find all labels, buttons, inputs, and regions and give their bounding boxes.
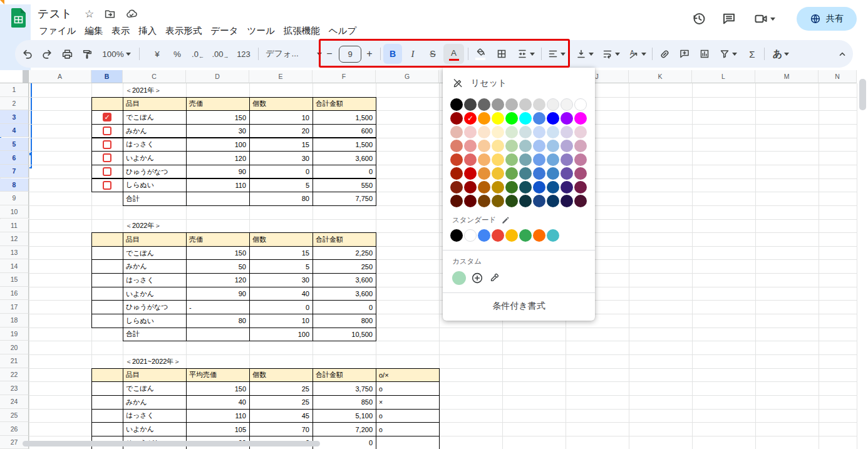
row-header-17[interactable]: 17 <box>0 300 29 314</box>
color-swatch[interactable] <box>561 126 573 138</box>
color-swatch[interactable] <box>561 112 573 125</box>
hide-toolbar-button[interactable] <box>833 44 852 64</box>
color-swatch[interactable] <box>533 126 545 138</box>
cell-E4[interactable]: 20 <box>249 124 313 138</box>
color-swatch[interactable] <box>574 167 587 180</box>
cell-D24[interactable]: 40 <box>186 395 250 410</box>
cell-C22[interactable]: 品目 <box>123 368 187 383</box>
cell-E19[interactable]: 100 <box>249 328 313 342</box>
cell-F23[interactable]: 3,750 <box>313 381 376 396</box>
color-swatch[interactable] <box>450 112 463 125</box>
cell-D19[interactable] <box>186 328 250 342</box>
color-swatch[interactable] <box>464 98 477 111</box>
row-header-1[interactable]: 1 <box>0 83 29 97</box>
color-swatch[interactable] <box>450 98 463 111</box>
cell-B18[interactable] <box>91 314 123 328</box>
checkbox-row-7[interactable] <box>103 167 111 176</box>
text-rotation-button[interactable]: A <box>625 44 649 64</box>
color-swatch[interactable] <box>574 195 587 207</box>
standard-color-swatch[interactable] <box>519 229 532 242</box>
column-header-M[interactable]: M <box>755 70 819 83</box>
menu-item-5[interactable]: 表示形式 <box>161 23 206 39</box>
cell-E9[interactable]: 80 <box>249 192 313 206</box>
color-swatch[interactable] <box>561 195 573 207</box>
cell-D23[interactable]: 150 <box>186 381 250 396</box>
row-header-18[interactable]: 18 <box>0 314 29 328</box>
color-swatch[interactable] <box>478 167 490 180</box>
cell-F24[interactable]: 850 <box>313 395 376 410</box>
row-header-5[interactable]: 5 <box>0 138 29 152</box>
cell-F8[interactable]: 550 <box>313 178 376 193</box>
cell-D7[interactable]: 90 <box>186 165 250 179</box>
row-header-6[interactable]: 6 <box>0 151 29 165</box>
input-tools-button[interactable]: あ <box>768 44 794 64</box>
strikethrough-button[interactable]: S <box>423 44 442 64</box>
row-header-10[interactable]: 10 <box>0 205 29 219</box>
checkbox-row-8[interactable] <box>103 181 111 190</box>
text-color-button[interactable]: A <box>443 44 464 64</box>
version-history-icon[interactable] <box>691 11 706 26</box>
column-header-G[interactable]: G <box>376 70 439 83</box>
checkbox-row-6[interactable] <box>103 153 111 162</box>
cell-B23[interactable] <box>91 381 123 396</box>
cell-C15[interactable]: はっさく <box>123 273 187 287</box>
cell-F4[interactable]: 600 <box>313 124 376 138</box>
cell-B26[interactable] <box>91 422 123 436</box>
row-header-14[interactable]: 14 <box>0 259 29 273</box>
cell-F5[interactable]: 1,500 <box>313 138 376 152</box>
cell-E7[interactable]: 0 <box>249 165 313 179</box>
paint-format-button[interactable] <box>78 44 96 64</box>
color-swatch[interactable] <box>574 153 587 166</box>
color-swatch[interactable] <box>547 112 559 125</box>
row-header-16[interactable]: 16 <box>0 287 29 301</box>
color-swatch[interactable] <box>478 140 490 152</box>
redo-button[interactable] <box>38 44 56 64</box>
row-header-21[interactable]: 21 <box>0 354 29 368</box>
cell-C16[interactable]: いよかん <box>123 287 187 301</box>
menu-item-1[interactable]: ファイル <box>34 23 80 39</box>
menu-item-6[interactable]: データ <box>206 23 242 39</box>
color-swatch[interactable] <box>492 167 504 180</box>
select-all-corner[interactable] <box>0 70 29 83</box>
row-header-7[interactable]: 7 <box>0 165 29 178</box>
checkbox-row-4[interactable] <box>103 126 111 135</box>
row-header-9[interactable]: 9 <box>0 192 29 205</box>
row-header-24[interactable]: 24 <box>0 395 29 409</box>
standard-color-swatch[interactable] <box>492 229 504 242</box>
color-swatch[interactable] <box>574 181 587 194</box>
cell-D15[interactable]: 120 <box>186 273 250 287</box>
cell-E24[interactable]: 25 <box>249 395 313 410</box>
cell-B13[interactable] <box>91 246 123 261</box>
color-swatch[interactable] <box>533 153 545 166</box>
cell-C2[interactable]: 品目 <box>123 97 187 111</box>
color-swatch[interactable] <box>478 153 490 166</box>
cell-D16[interactable]: 90 <box>186 287 250 301</box>
cell-F16[interactable]: 3,600 <box>313 287 376 301</box>
cell-F12[interactable]: 合計金額 <box>313 232 376 247</box>
color-swatch[interactable] <box>492 140 504 152</box>
color-swatch[interactable] <box>547 181 559 194</box>
color-swatch[interactable] <box>547 153 559 166</box>
cell-B25[interactable] <box>91 409 123 423</box>
cell-E17[interactable]: 0 <box>249 300 313 314</box>
print-button[interactable] <box>58 44 76 64</box>
cell-E2[interactable]: 個数 <box>249 97 313 111</box>
row-header-25[interactable]: 25 <box>0 409 29 423</box>
reset-color-item[interactable]: リセット <box>443 68 595 93</box>
color-swatch[interactable] <box>533 167 545 180</box>
color-swatch[interactable]: ✓ <box>464 112 477 125</box>
color-swatch[interactable] <box>533 112 545 125</box>
row-header-12[interactable]: 12 <box>0 232 29 246</box>
cell-C23[interactable]: でこぽん <box>123 381 187 396</box>
cell-F15[interactable]: 3,600 <box>313 273 376 287</box>
color-swatch[interactable] <box>450 167 463 180</box>
table-2-title[interactable]: ＜2022年＞ <box>123 219 187 234</box>
color-swatch[interactable] <box>492 153 504 166</box>
decrease-font-size-button[interactable]: − <box>322 44 337 64</box>
cell-C18[interactable]: しらぬい <box>123 314 187 328</box>
color-swatch[interactable] <box>561 140 573 152</box>
cell-C7[interactable]: ひゅうがなつ <box>123 165 187 179</box>
color-swatch[interactable] <box>464 140 477 152</box>
zoom-control[interactable]: 100% <box>99 44 134 64</box>
color-swatch[interactable] <box>478 181 490 194</box>
